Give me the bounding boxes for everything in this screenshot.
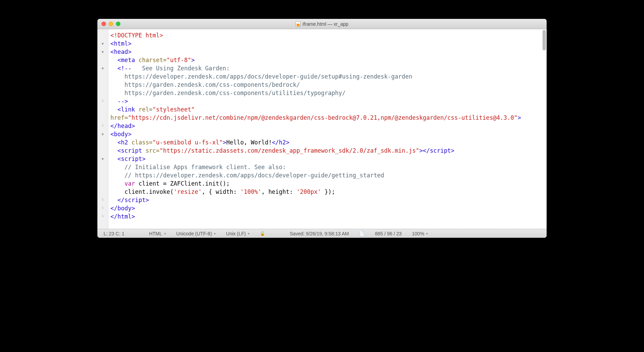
file-icon	[296, 21, 300, 27]
code-line[interactable]: </head>	[110, 122, 547, 130]
gutter-marker	[97, 146, 108, 155]
window-title-text: iframe.html — xr_app	[302, 21, 348, 27]
language-selector[interactable]: HTML	[149, 231, 166, 236]
zoom-selector[interactable]: 100%	[412, 231, 428, 236]
gutter-marker	[97, 89, 108, 97]
code-line[interactable]: https://garden.zendesk.com/css-component…	[110, 81, 547, 89]
gutter-marker[interactable]: ▼	[97, 130, 108, 138]
gutter-marker	[97, 188, 108, 196]
line-ending-selector[interactable]: Unix (LF)	[226, 231, 250, 236]
code-line[interactable]: <meta charset="utf-8">	[110, 56, 547, 64]
titlebar[interactable]: iframe.html — xr_app	[97, 19, 547, 29]
gutter-marker	[97, 138, 108, 146]
gutter-marker	[97, 72, 108, 81]
gutter-marker[interactable]: └	[97, 212, 108, 221]
traffic-lights	[97, 22, 120, 26]
document-icon: 📄	[359, 231, 365, 236]
window-title: iframe.html — xr_app	[97, 21, 547, 27]
gutter-marker	[97, 114, 108, 122]
gutter-marker[interactable]: └	[97, 97, 108, 105]
code-line[interactable]: <h2 class="u-semibold u-fs-xl">Hello, Wo…	[110, 138, 547, 146]
cursor-position: L: 23 C: 1	[104, 231, 124, 236]
code-line[interactable]: <!-- See Using Zendesk Garden:	[110, 64, 547, 72]
code-line[interactable]: </body>	[110, 204, 547, 212]
zoom-button[interactable]	[116, 22, 120, 26]
gutter-marker[interactable]: ▼	[97, 39, 108, 48]
gutter-marker[interactable]: └	[97, 196, 108, 204]
gutter-marker	[97, 31, 108, 39]
saved-timestamp: Saved: 9/26/19, 9:58:13 AM	[290, 231, 349, 236]
code-line[interactable]: https://garden.zendesk.com/css-component…	[110, 89, 547, 97]
code-line[interactable]: var client = ZAFClient.init();	[110, 179, 547, 188]
editor-window: iframe.html — xr_app ▼▼▼└└▼▼└└└ <!DOCTYP…	[97, 19, 547, 238]
code-line[interactable]: </html>	[110, 212, 547, 221]
gutter-marker	[97, 105, 108, 114]
code-line[interactable]: https://developer.zendesk.com/apps/docs/…	[110, 72, 547, 81]
code-line[interactable]: // Initialise Apps framework client. See…	[110, 163, 547, 171]
lock-icon[interactable]: 🔓	[260, 231, 265, 236]
gutter-marker[interactable]: ▼	[97, 155, 108, 163]
gutter-marker	[97, 171, 108, 179]
statusbar: L: 23 C: 1 HTML Unicode (UTF-8) Unix (LF…	[97, 229, 547, 238]
code-line[interactable]: <!DOCTYPE html>	[110, 31, 547, 39]
code-line[interactable]: <head>	[110, 48, 547, 56]
encoding-selector[interactable]: Unicode (UTF-8)	[176, 231, 216, 236]
gutter-marker	[97, 81, 108, 89]
gutter-marker	[97, 179, 108, 188]
document-counts: 885 / 96 / 23	[375, 231, 402, 236]
gutter-marker[interactable]: └	[97, 204, 108, 212]
code-line[interactable]: <body>	[110, 130, 547, 138]
editor-area[interactable]: ▼▼▼└└▼▼└└└ <!DOCTYPE html><html><head> <…	[97, 29, 547, 229]
minimize-button[interactable]	[109, 22, 113, 26]
gutter-marker[interactable]: ▼	[97, 48, 108, 56]
gutter-marker[interactable]: ▼	[97, 64, 108, 72]
code-line[interactable]: <link rel="stylesheet"	[110, 105, 547, 114]
code-line[interactable]: <html>	[110, 39, 547, 48]
code-line[interactable]: -->	[110, 97, 547, 105]
code-line[interactable]: <script src="https://static.zdassets.com…	[110, 146, 547, 155]
code-line[interactable]: // https://developer.zendesk.com/apps/do…	[110, 171, 547, 179]
code-line[interactable]: href="https://cdn.jsdelivr.net/combine/n…	[110, 114, 547, 122]
close-button[interactable]	[102, 22, 106, 26]
code-line[interactable]: </script>	[110, 196, 547, 204]
code-line[interactable]: <script>	[110, 155, 547, 163]
vertical-scrollbar[interactable]	[542, 30, 546, 50]
code-line[interactable]: client.invoke('resize', { width: '100%',…	[110, 188, 547, 196]
code-content[interactable]: <!DOCTYPE html><html><head> <meta charse…	[108, 29, 547, 229]
gutter-marker	[97, 56, 108, 64]
gutter-marker[interactable]: └	[97, 122, 108, 130]
fold-gutter[interactable]: ▼▼▼└└▼▼└└└	[97, 29, 108, 229]
gutter-marker	[97, 163, 108, 171]
